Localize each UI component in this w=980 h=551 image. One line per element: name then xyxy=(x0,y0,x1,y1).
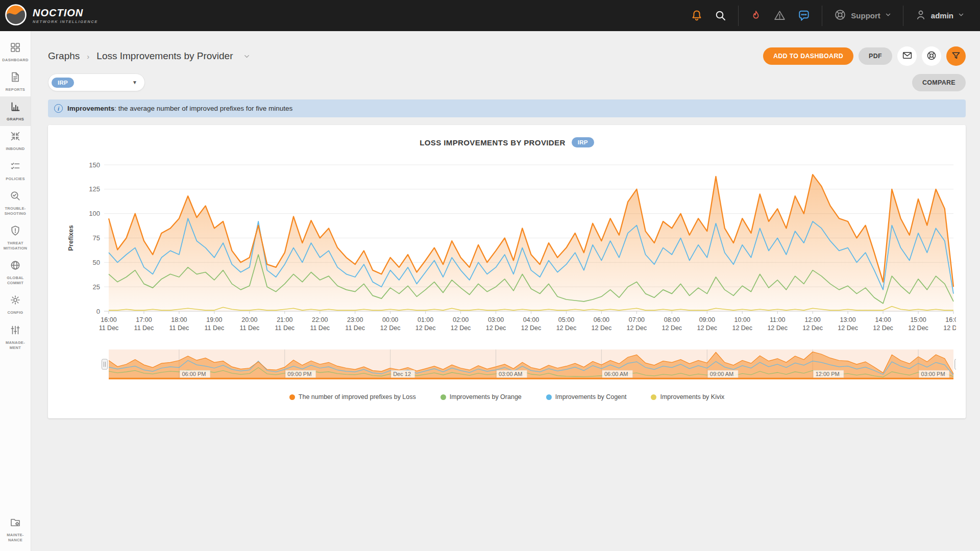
flame-status-icon[interactable] xyxy=(750,10,762,22)
sidebar-item-global-commit[interactable]: GLOBALCOMMIT xyxy=(0,255,31,290)
minimap-brush-handle[interactable] xyxy=(102,359,108,369)
svg-text:02:00: 02:00 xyxy=(453,316,469,323)
svg-text:125: 125 xyxy=(89,185,100,193)
graph-filter-select[interactable]: IRP ▼ xyxy=(48,73,145,91)
email-button[interactable] xyxy=(897,46,917,66)
legend-item-0[interactable]: The number of improved prefixes by Loss xyxy=(289,393,416,400)
svg-text:12 Dec: 12 Dec xyxy=(873,324,893,332)
sidebar-item-policies[interactable]: POLICIES xyxy=(0,156,31,186)
chart-title: LOSS IMPROVEMENTS BY PROVIDER xyxy=(420,138,566,147)
troubleshooting-icon xyxy=(9,190,21,204)
svg-text:11 Dec: 11 Dec xyxy=(99,324,119,332)
sidebar-item-label: TROUBLE-SHOOTING xyxy=(5,206,26,216)
sidebar-item-dashboard[interactable]: DASHBOARD xyxy=(0,37,31,67)
sidebar-item-label: CONFIG xyxy=(8,310,23,315)
sidebar-item-management[interactable]: MANAGE-MENT xyxy=(0,320,31,355)
user-menu[interactable]: admin xyxy=(915,9,965,23)
noction-logo-icon xyxy=(5,4,27,28)
search-icon[interactable] xyxy=(715,10,727,22)
info-banner-text: Improvements: the average number of impr… xyxy=(67,105,292,112)
svg-text:10:00: 10:00 xyxy=(734,316,750,323)
chart-irp-badge: IRP xyxy=(572,137,594,147)
info-banner-term: Improvements xyxy=(67,105,114,112)
support-menu[interactable]: Support xyxy=(834,8,892,23)
svg-text:06:00: 06:00 xyxy=(594,316,609,323)
pdf-export-button[interactable]: PDF xyxy=(859,47,892,65)
svg-text:06:00 PM: 06:00 PM xyxy=(182,371,206,377)
legend-item-3[interactable]: Improvements by Kivix xyxy=(651,393,724,400)
breadcrumb-graphs-link[interactable]: Graphs xyxy=(48,51,80,62)
top-navigation-bar: NOCTION NETWORK INTELLIGENCE xyxy=(0,0,980,31)
sidebar-item-troubleshooting[interactable]: TROUBLE-SHOOTING xyxy=(0,186,31,220)
svg-text:11 Dec: 11 Dec xyxy=(239,324,259,332)
sidebar-item-config[interactable]: CONFIG xyxy=(0,290,31,319)
svg-text:12 Dec: 12 Dec xyxy=(697,324,717,332)
svg-text:12 Dec: 12 Dec xyxy=(592,324,612,332)
svg-text:11:00: 11:00 xyxy=(770,316,785,323)
svg-text:14:00: 14:00 xyxy=(875,316,891,323)
svg-text:19:00: 19:00 xyxy=(206,316,222,323)
svg-text:75: 75 xyxy=(93,234,100,242)
sidebar-item-threat-mitigation[interactable]: THREATMITIGATION xyxy=(0,220,31,255)
legend-label: Improvements by Kivix xyxy=(660,393,724,400)
sidebar-item-inbound[interactable]: INBOUND xyxy=(0,126,31,156)
svg-text:11 Dec: 11 Dec xyxy=(345,324,365,332)
user-label: admin xyxy=(931,11,953,20)
dashboard-icon xyxy=(9,41,21,56)
svg-text:11 Dec: 11 Dec xyxy=(169,324,189,332)
svg-text:12:00: 12:00 xyxy=(805,316,821,323)
legend-dot-icon xyxy=(546,394,552,400)
graph-selector-chevron-icon[interactable] xyxy=(243,53,251,60)
brand-name: NOCTION xyxy=(33,8,98,18)
help-button[interactable] xyxy=(922,46,941,66)
add-to-dashboard-button[interactable]: ADD TO DASHBOARD xyxy=(763,47,853,65)
sidebar-item-label: MAINTE-NANCE xyxy=(7,533,23,543)
brand-tagline: NETWORK INTELLIGENCE xyxy=(33,19,98,24)
support-lifebuoy-icon xyxy=(834,8,847,23)
svg-text:12 Dec: 12 Dec xyxy=(908,324,928,332)
svg-text:17:00: 17:00 xyxy=(136,316,152,323)
chart-minimap-brush[interactable]: 06:00 PM09:00 PMDec 1203:00 AM06:00 AM09… xyxy=(58,347,956,383)
svg-text:13:00: 13:00 xyxy=(840,316,855,323)
svg-text:12 Dec: 12 Dec xyxy=(662,324,682,332)
sidebar-item-reports[interactable]: REPORTS xyxy=(0,67,31,96)
compare-button[interactable]: COMPARE xyxy=(912,74,966,91)
management-icon xyxy=(9,324,21,338)
sidebar-item-graphs[interactable]: GRAPHS xyxy=(0,96,31,126)
chat-feedback-icon[interactable] xyxy=(797,9,811,22)
svg-text:00:00: 00:00 xyxy=(382,316,398,323)
legend-label: Improvements by Orange xyxy=(450,393,522,400)
filter-button[interactable] xyxy=(946,46,966,66)
svg-text:0: 0 xyxy=(96,308,100,315)
svg-text:01:00: 01:00 xyxy=(418,316,433,323)
svg-text:03:00: 03:00 xyxy=(488,316,504,323)
main-chart[interactable]: 0255075100125150Prefixes16:0011 Dec17:00… xyxy=(58,160,956,333)
svg-text:100: 100 xyxy=(89,210,100,217)
legend-item-2[interactable]: Improvements by Cogent xyxy=(546,393,627,400)
chart-legend: The number of improved prefixes by LossI… xyxy=(58,393,956,400)
svg-text:03:00 AM: 03:00 AM xyxy=(499,371,522,377)
svg-text:12 Dec: 12 Dec xyxy=(556,324,577,332)
legend-item-1[interactable]: Improvements by Orange xyxy=(440,393,522,400)
minimap-brush-handle[interactable] xyxy=(955,359,957,369)
svg-text:11 Dec: 11 Dec xyxy=(310,324,330,332)
svg-text:11 Dec: 11 Dec xyxy=(134,324,154,332)
topbar-divider xyxy=(738,6,739,26)
svg-text:12 Dec: 12 Dec xyxy=(767,324,788,332)
svg-text:12 Dec: 12 Dec xyxy=(627,324,647,332)
sidebar-item-maintenance[interactable]: MAINTE-NANCE xyxy=(0,512,31,547)
notifications-bell-icon[interactable] xyxy=(690,9,703,22)
svg-text:09:00 PM: 09:00 PM xyxy=(287,371,311,377)
svg-text:20:00: 20:00 xyxy=(241,316,257,323)
noction-logo[interactable]: NOCTION NETWORK INTELLIGENCE xyxy=(0,4,98,28)
filter-funnel-icon xyxy=(951,51,961,62)
sidebar-item-label: GLOBALCOMMIT xyxy=(7,276,23,286)
svg-text:09:00: 09:00 xyxy=(699,316,715,323)
irp-tag-badge: IRP xyxy=(52,78,74,88)
alert-triangle-icon[interactable] xyxy=(773,9,786,22)
main-content: Graphs › Loss Improvements by Provider A… xyxy=(31,31,980,551)
chevron-down-icon xyxy=(885,11,892,20)
svg-text:150: 150 xyxy=(89,161,100,169)
svg-text:12 Dec: 12 Dec xyxy=(802,324,823,332)
topbar-divider xyxy=(903,6,903,26)
